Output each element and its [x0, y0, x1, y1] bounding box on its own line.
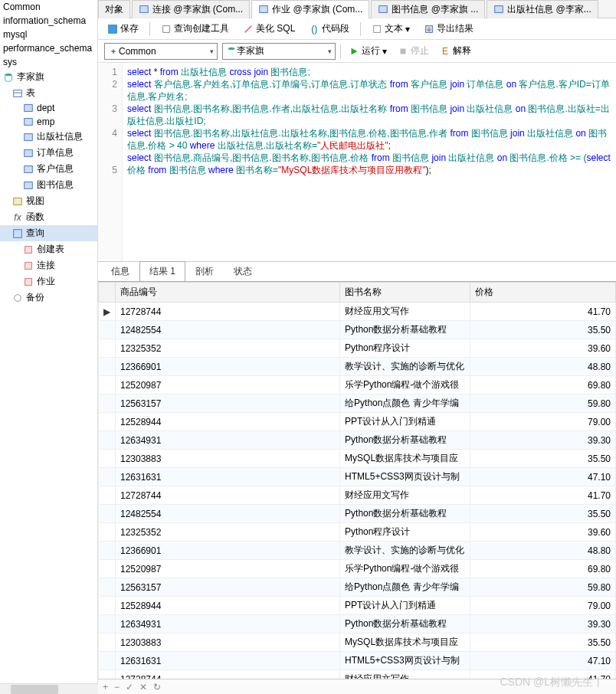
table-row[interactable]: 12303883MySQL数据库技术与项目应35.50 [99, 633, 616, 652]
cell-product-id[interactable]: 12520987 [116, 376, 340, 394]
cell-product-id[interactable]: 12366901 [116, 542, 340, 560]
cell-product-id[interactable]: 12634931 [116, 615, 340, 633]
table-row[interactable]: 12563157给Python点颜色 青少年学编59.80 [99, 394, 616, 413]
query-connect[interactable]: 连接 [0, 257, 97, 273]
cell-book-name[interactable]: Python数据分析基础教程 [340, 431, 470, 450]
table-row[interactable]: 12520987乐学Python编程-做个游戏很69.80 [99, 376, 616, 394]
tab-result-1[interactable]: 结果 1 [139, 261, 185, 282]
queries-node[interactable]: 查询 [0, 225, 97, 241]
code-area[interactable]: select * from 出版社信息 cross join 图书信息; sel… [123, 63, 616, 261]
text-button[interactable]: 文本▾ [369, 21, 413, 37]
table-row[interactable]: 12728744财经应用文写作41.70 [99, 670, 616, 679]
table-row[interactable]: 12634931Python数据分析基础教程39.30 [99, 431, 616, 450]
cell-price[interactable]: 39.30 [470, 615, 616, 633]
tab-profile[interactable]: 剖析 [185, 261, 224, 282]
cell-book-name[interactable]: Python程序设计 [340, 339, 470, 358]
results-grid[interactable]: 商品编号 图书名称 价格 ▶12728744财经应用文写作41.70124825… [98, 281, 616, 679]
tab-status[interactable]: 状态 [224, 261, 262, 282]
tab-book[interactable]: 图书信息 @李家旗 ... [371, 0, 485, 18]
cell-product-id[interactable]: 12634931 [116, 431, 340, 450]
cell-price[interactable]: 35.50 [470, 450, 616, 468]
cell-book-name[interactable]: PPT设计从入门到精通 [340, 597, 470, 615]
table-row[interactable]: 12520987乐学Python编程-做个游戏很69.80 [99, 560, 616, 578]
cell-price[interactable]: 47.10 [470, 652, 616, 670]
cell-book-name[interactable]: Python数据分析基础教程 [340, 321, 470, 339]
cell-product-id[interactable]: 12303883 [116, 633, 340, 652]
db-performance-schema[interactable]: performance_schema [0, 41, 97, 55]
db-information-schema[interactable]: information_schema [0, 14, 97, 28]
stop-button[interactable]: 停止 [395, 43, 432, 59]
cell-book-name[interactable]: 乐学Python编程-做个游戏很 [340, 376, 470, 394]
cell-price[interactable]: 48.80 [470, 358, 616, 376]
cell-product-id[interactable]: 12303883 [116, 450, 340, 468]
cancel-button[interactable]: ✕ [139, 682, 147, 692]
query-create-table[interactable]: 创建表 [0, 241, 97, 257]
table-row[interactable]: 12366901教学设计、实施的诊断与优化48.80 [99, 358, 616, 376]
db-sys[interactable]: sys [0, 55, 97, 69]
cell-price[interactable]: 39.30 [470, 431, 616, 450]
cell-book-name[interactable]: 财经应用文写作 [340, 486, 470, 505]
table-emp[interactable]: emp [0, 115, 97, 129]
table-row[interactable]: 12303883MySQL数据库技术与项目应35.50 [99, 450, 616, 468]
table-row[interactable]: 12325352Python程序设计39.60 [99, 339, 616, 358]
cell-product-id[interactable]: 12728744 [116, 670, 340, 679]
col-price[interactable]: 价格 [470, 283, 616, 303]
query-homework[interactable]: 作业 [0, 273, 97, 290]
table-book[interactable]: 图书信息 [0, 177, 97, 193]
table-publisher[interactable]: 出版社信息 [0, 129, 97, 145]
cell-price[interactable]: 69.80 [470, 560, 616, 578]
db-common[interactable]: Common [0, 0, 97, 14]
save-button[interactable]: 保存 [104, 21, 142, 37]
table-row[interactable]: ▶12728744财经应用文写作41.70 [99, 303, 616, 321]
sidebar-scrollbar[interactable] [0, 683, 98, 694]
cell-product-id[interactable]: 12325352 [116, 339, 340, 358]
cell-price[interactable]: 41.70 [470, 303, 616, 321]
cell-product-id[interactable]: 12528944 [116, 597, 340, 615]
cell-price[interactable]: 39.60 [470, 339, 616, 358]
table-row[interactable]: 12528944PPT设计从入门到精通79.00 [99, 597, 616, 615]
cell-book-name[interactable]: 财经应用文写作 [340, 670, 470, 679]
tab-info[interactable]: 信息 [101, 261, 139, 282]
table-row[interactable]: 12634931Python数据分析基础教程39.30 [99, 615, 616, 633]
cell-book-name[interactable]: 乐学Python编程-做个游戏很 [340, 560, 470, 578]
views-node[interactable]: 视图 [0, 193, 97, 209]
backup-node[interactable]: 备份 [0, 290, 97, 306]
col-book-name[interactable]: 图书名称 [340, 283, 470, 303]
db-mysql[interactable]: mysql [0, 28, 97, 41]
tab-homework[interactable]: 作业 @李家旗 (Com... [251, 0, 369, 18]
table-row[interactable]: 12563157给Python点颜色 青少年学编59.80 [99, 578, 616, 597]
cell-product-id[interactable]: 12482554 [116, 505, 340, 523]
cell-product-id[interactable]: 12520987 [116, 560, 340, 578]
cell-book-name[interactable]: 给Python点颜色 青少年学编 [340, 394, 470, 413]
table-row[interactable]: 12528944PPT设计从入门到精通79.00 [99, 413, 616, 431]
table-row[interactable]: 12366901教学设计、实施的诊断与优化48.80 [99, 542, 616, 560]
explain-button[interactable]: E解释 [437, 43, 474, 59]
delete-row-button[interactable]: − [114, 682, 120, 692]
cell-price[interactable]: 48.80 [470, 542, 616, 560]
cell-product-id[interactable]: 12482554 [116, 321, 340, 339]
cell-price[interactable]: 39.60 [470, 523, 616, 542]
cell-price[interactable]: 79.00 [470, 597, 616, 615]
cell-product-id[interactable]: 12325352 [116, 523, 340, 542]
cell-product-id[interactable]: 12631631 [116, 652, 340, 670]
cell-book-name[interactable]: MySQL数据库技术与项目应 [340, 450, 470, 468]
tab-publisher[interactable]: 出版社信息 @李家... [487, 0, 598, 18]
db-lijiaqi[interactable]: 李家旗 [0, 69, 97, 85]
cell-book-name[interactable]: 财经应用文写作 [340, 303, 470, 321]
table-row[interactable]: 12728744财经应用文写作41.70 [99, 486, 616, 505]
table-row[interactable]: 12325352Python程序设计39.60 [99, 523, 616, 542]
cell-product-id[interactable]: 12728744 [116, 486, 340, 505]
table-dept[interactable]: dept [0, 101, 97, 115]
cell-book-name[interactable]: Python程序设计 [340, 523, 470, 542]
functions-node[interactable]: fx函数 [0, 209, 97, 225]
table-row[interactable]: 12482554Python数据分析基础教程35.50 [99, 321, 616, 339]
cell-book-name[interactable]: PPT设计从入门到精通 [340, 413, 470, 431]
table-row[interactable]: 12631631HTML5+CSS3网页设计与制47.10 [99, 468, 616, 486]
run-button[interactable]: 运行▾ [346, 43, 390, 59]
apply-button[interactable]: ✓ [126, 682, 133, 692]
cell-book-name[interactable]: 教学设计、实施的诊断与优化 [340, 542, 470, 560]
cell-price[interactable]: 47.10 [470, 468, 616, 486]
cell-product-id[interactable]: 12631631 [116, 468, 340, 486]
table-row[interactable]: 12631631HTML5+CSS3网页设计与制47.10 [99, 652, 616, 670]
cell-book-name[interactable]: HTML5+CSS3网页设计与制 [340, 468, 470, 486]
